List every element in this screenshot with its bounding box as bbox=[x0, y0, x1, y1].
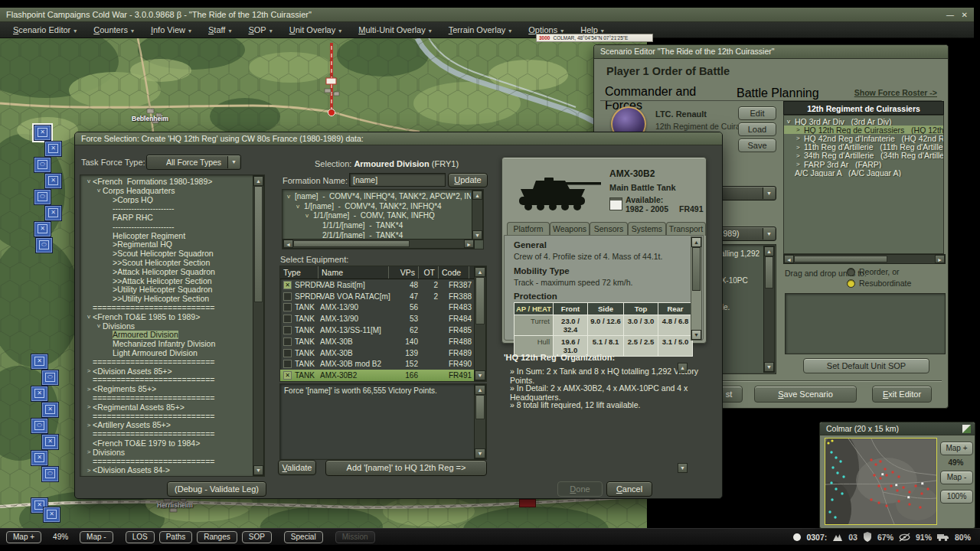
exit-editor-button[interactable]: Exit Editor bbox=[872, 386, 932, 403]
status-bar-button[interactable]: SOP bbox=[242, 531, 272, 543]
equipment-checkbox[interactable] bbox=[283, 326, 292, 334]
equipment-checkbox[interactable] bbox=[283, 337, 292, 346]
equipment-checkbox[interactable] bbox=[283, 303, 292, 311]
scroll-thumb[interactable] bbox=[692, 247, 701, 291]
toe-tree-scrollbar[interactable]: ▲ ▼ bbox=[253, 175, 264, 476]
toe-tree-item[interactable]: >>Utility Helicopter Section bbox=[82, 294, 252, 303]
unit-counter[interactable]: ✕ bbox=[41, 434, 59, 450]
scroll-up-icon[interactable]: ▲ bbox=[472, 191, 482, 200]
task-force-type-dropdown[interactable]: All Force Types ▼ bbox=[146, 155, 241, 170]
unit-counter[interactable]: ✕ bbox=[44, 173, 62, 189]
unit-counter[interactable]: ✕ bbox=[43, 507, 60, 523]
oob-tree-item[interactable]: > FARP 3rd Ar (FARP) bbox=[784, 160, 943, 168]
menu-item[interactable]: Multi-Unit Overlay▾ bbox=[350, 22, 439, 38]
scroll-thumb[interactable] bbox=[765, 256, 773, 289]
status-bar-button[interactable]: Mission bbox=[335, 531, 375, 543]
menu-item[interactable]: Terrain Overlay▾ bbox=[440, 22, 521, 38]
toe-tree-item[interactable]: ========================== bbox=[82, 457, 252, 466]
scroll-thumb[interactable] bbox=[293, 240, 410, 247]
scrollbar[interactable]: ▲ ▼ bbox=[763, 246, 775, 373]
update-button[interactable]: Update bbox=[448, 173, 488, 187]
toe-tree-item[interactable]: ----------------------- bbox=[82, 222, 252, 231]
minimap-zoom-in-button[interactable]: Map + bbox=[940, 442, 973, 455]
formation-tree-hscrollbar[interactable]: ◄ ► bbox=[283, 239, 475, 249]
toe-tree-item[interactable]: FARP RHC bbox=[82, 213, 252, 222]
card-scrollbar[interactable]: ▲ ▼ bbox=[691, 236, 702, 341]
equipment-checkbox[interactable] bbox=[283, 360, 292, 368]
toe-tree-item[interactable]: >Regimental HQ bbox=[82, 240, 252, 249]
minimap-zoom-full-button[interactable]: 100% bbox=[940, 490, 973, 504]
validate-button[interactable]: Validate bbox=[278, 460, 316, 475]
toe-tree-item[interactable]: ========================== bbox=[82, 357, 252, 367]
toe-tree-item[interactable]: ----------------------- bbox=[82, 204, 252, 213]
menu-item[interactable]: Scenario Editor▾ bbox=[5, 22, 85, 38]
equipment-row[interactable]: TANK AMX-13/90 53 FR484 bbox=[280, 313, 486, 324]
scroll-down-icon[interactable]: ▼ bbox=[253, 465, 263, 475]
unit-counter[interactable]: ✕ bbox=[41, 402, 59, 418]
toe-tree-item[interactable]: Armoured Division bbox=[82, 331, 252, 340]
minimap-view[interactable] bbox=[825, 438, 937, 525]
equipment-checkbox[interactable] bbox=[283, 371, 292, 380]
equipment-row[interactable]: SPRDR VAB VOA RATAC[m] 47 2 FR388 bbox=[280, 291, 486, 302]
scroll-up-icon[interactable]: ▲ bbox=[678, 363, 688, 373]
scroll-thumb[interactable] bbox=[475, 395, 485, 419]
status-bar-button[interactable]: Ranges bbox=[197, 531, 237, 543]
toe-tree-item[interactable]: > <Division Assets 85+> bbox=[82, 367, 252, 376]
status-bar-button[interactable]: Map - bbox=[80, 531, 113, 543]
scroll-up-icon[interactable]: ▲ bbox=[764, 246, 774, 256]
status-bar-button[interactable]: LOS bbox=[126, 531, 155, 543]
equipment-checkbox[interactable] bbox=[283, 281, 292, 289]
toe-tree-item[interactable]: > Divisions bbox=[82, 448, 252, 457]
unit-drop-box[interactable] bbox=[785, 293, 946, 354]
tab-sensors[interactable]: Sensors bbox=[590, 222, 628, 236]
toe-tree-item[interactable]: ========================== bbox=[82, 303, 252, 312]
toe-tree-item[interactable]: Light Armoured Division bbox=[82, 348, 252, 357]
tab-weapons[interactable]: Weapons bbox=[550, 222, 590, 236]
unit-counter[interactable]: ✕ bbox=[44, 205, 62, 221]
equipment-checkbox[interactable] bbox=[283, 349, 292, 357]
unit-counter[interactable]: ✕ bbox=[34, 125, 51, 141]
equipment-scrollbar[interactable]: ▲ ▼ bbox=[474, 266, 486, 381]
toe-tree-item[interactable]: v Corps Headquarters bbox=[82, 186, 252, 195]
toe-tree-item[interactable]: >Scout Helicopter Squadron bbox=[82, 249, 252, 258]
unit-counter[interactable]: ⬭ bbox=[34, 189, 51, 205]
menu-item[interactable]: Staff▾ bbox=[200, 22, 240, 38]
formation-tree-item[interactable]: v 1/[name] - COMV*4, TANK*2, INFHQ*4 bbox=[284, 201, 471, 211]
unit-counter[interactable]: ⬭ bbox=[41, 370, 59, 386]
save-scenario-button[interactable]: Save Scenario bbox=[754, 386, 857, 403]
formation-tree-item[interactable]: v [name] - COMV*4, INFHQ*4, TANK*2, APCW… bbox=[284, 191, 471, 201]
menu-item[interactable]: Counters▾ bbox=[85, 22, 142, 38]
toe-tree-item[interactable]: > <Regiments 85+> bbox=[82, 384, 252, 393]
toe-tree-item[interactable]: <French TO&E 1979 to 1984> bbox=[82, 439, 252, 448]
scroll-right-icon[interactable]: ► bbox=[935, 255, 945, 263]
scroll-down-icon[interactable]: ▼ bbox=[475, 370, 485, 380]
enemy-marker[interactable] bbox=[519, 499, 536, 507]
status-bar-button[interactable]: 49% bbox=[46, 531, 75, 543]
load-button[interactable]: Load bbox=[738, 122, 776, 136]
force-info-scrollbar[interactable]: ▲ ▼ bbox=[474, 384, 486, 459]
equipment-row[interactable]: TANK AMX-30B2 166 FR491 bbox=[280, 370, 486, 381]
scroll-up-icon[interactable]: ▲ bbox=[691, 237, 701, 247]
window-titlebar[interactable]: Flashpoint Campaigns Cold War - 3.0.0.98… bbox=[0, 8, 974, 22]
oob-tree-item[interactable]: > HQ 12th Reg de Cuirassiers (HQ 12th Re… bbox=[784, 126, 943, 134]
equipment-row[interactable]: TANK AMX-13/SS-11[M] 62 FR485 bbox=[280, 324, 486, 336]
toe-tree-item[interactable]: > <Division Assets 84-> bbox=[82, 466, 252, 475]
scroll-up-icon[interactable]: ▲ bbox=[253, 176, 263, 186]
toe-tree-item[interactable]: > <Regimental Assets 85+> bbox=[82, 403, 252, 412]
toe-tree-item[interactable]: ========================== bbox=[82, 412, 252, 421]
minimize-icon[interactable]: — bbox=[946, 8, 954, 22]
set-default-unit-sop-button[interactable]: Set Default Unit SOP bbox=[803, 358, 929, 373]
save-button[interactable]: Save bbox=[738, 139, 776, 152]
scroll-right-icon[interactable]: ► bbox=[464, 240, 474, 248]
unit-counter[interactable]: ✕ bbox=[31, 354, 48, 370]
toe-tree-item[interactable]: ========================== bbox=[82, 376, 252, 385]
tab-systems[interactable]: Systems bbox=[628, 222, 666, 236]
toe-tree-item[interactable]: >>Scout Helicopter Section bbox=[82, 258, 252, 267]
toe-tree-item[interactable]: v <French TO&E 1985 to 1989> bbox=[82, 312, 252, 321]
unit-counter[interactable]: ⬭ bbox=[35, 237, 53, 253]
equipment-row[interactable]: SPRDR VAB Rasit[m] 48 2 FR387 bbox=[280, 279, 486, 291]
tab-battle-planning[interactable]: Battle Planning bbox=[737, 86, 819, 100]
equipment-row[interactable]: TANK AMX-30B 140 FR488 bbox=[280, 336, 486, 347]
oob-tree-item[interactable]: A/C Jaguar A (A/C Jaguar A) bbox=[784, 168, 943, 177]
oob-hscrollbar[interactable]: ◄ ► bbox=[783, 254, 946, 264]
